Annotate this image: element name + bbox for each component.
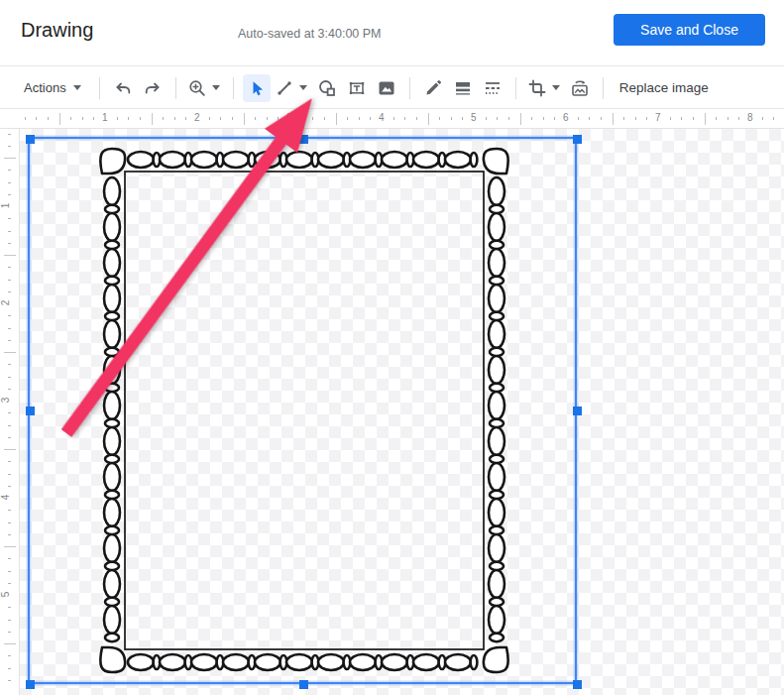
- selection-handle-ne[interactable]: [573, 135, 582, 144]
- chevron-down-icon: [299, 85, 307, 90]
- recolor-image-button[interactable]: [566, 74, 594, 102]
- ruler-corner: [0, 109, 20, 129]
- undo-icon: [113, 78, 133, 98]
- insert-image-button[interactable]: [373, 74, 400, 102]
- crop-image-button[interactable]: [525, 74, 564, 102]
- selection-handle-n[interactable]: [299, 135, 308, 144]
- crop-icon: [527, 78, 547, 98]
- selection-handle-w[interactable]: [26, 406, 35, 415]
- toolbar-divider: [603, 77, 604, 99]
- shape-tool-icon: [317, 78, 337, 98]
- selection-handle-e[interactable]: [573, 406, 582, 415]
- page-title: Drawing: [21, 19, 93, 42]
- autosave-status: Auto-saved at 3:40:00 PM: [238, 27, 396, 41]
- toolbar-divider: [409, 77, 410, 99]
- text-box-tool-button[interactable]: [343, 74, 371, 102]
- image-icon: [377, 78, 396, 98]
- toolbar-divider: [99, 77, 100, 99]
- line-weight-icon: [453, 78, 473, 98]
- horizontal-ruler: 12345678: [20, 109, 784, 129]
- redo-icon: [143, 78, 163, 98]
- line-dash-icon: [483, 78, 503, 98]
- toolbar-divider: [233, 77, 234, 99]
- line-tool-button[interactable]: [273, 74, 311, 102]
- selection-handle-s[interactable]: [299, 680, 308, 689]
- selection-handle-nw[interactable]: [26, 135, 35, 144]
- pencil-icon: [423, 78, 443, 98]
- selection-handle-se[interactable]: [573, 680, 582, 689]
- shape-tool-button[interactable]: [313, 74, 341, 102]
- toolbar-divider: [515, 77, 516, 99]
- selection-handle-sw[interactable]: [26, 680, 35, 689]
- chevron-down-icon: [212, 85, 220, 90]
- actions-menu-label: Actions: [24, 80, 66, 95]
- recolor-image-icon: [570, 78, 590, 98]
- select-arrow-icon: [247, 78, 267, 98]
- dialog-header: Drawing Auto-saved at 3:40:00 PM Save an…: [0, 0, 784, 66]
- chevron-down-icon: [73, 85, 81, 90]
- undo-button[interactable]: [109, 74, 137, 102]
- actions-menu-button[interactable]: Actions: [20, 74, 85, 101]
- selection-rectangle[interactable]: [28, 137, 577, 684]
- select-tool-button[interactable]: [243, 74, 271, 102]
- line-dash-button[interactable]: [479, 74, 506, 102]
- text-box-icon: [347, 78, 367, 98]
- replace-image-button[interactable]: Replace image: [612, 74, 717, 101]
- line-color-button[interactable]: [419, 74, 447, 102]
- line-weight-button[interactable]: [449, 74, 477, 102]
- line-tool-icon: [275, 78, 294, 98]
- zoom-in-icon: [187, 78, 207, 98]
- redo-button[interactable]: [139, 74, 167, 102]
- chevron-down-icon: [552, 85, 560, 90]
- save-and-close-button[interactable]: Save and Close: [614, 14, 765, 46]
- zoom-button[interactable]: [185, 74, 224, 102]
- drawing-dialog: Drawing Auto-saved at 3:40:00 PM Save an…: [0, 0, 784, 695]
- toolbar-divider: [175, 77, 176, 99]
- drawing-toolbar: Actions: [0, 67, 784, 109]
- vertical-ruler: 12345: [0, 129, 20, 695]
